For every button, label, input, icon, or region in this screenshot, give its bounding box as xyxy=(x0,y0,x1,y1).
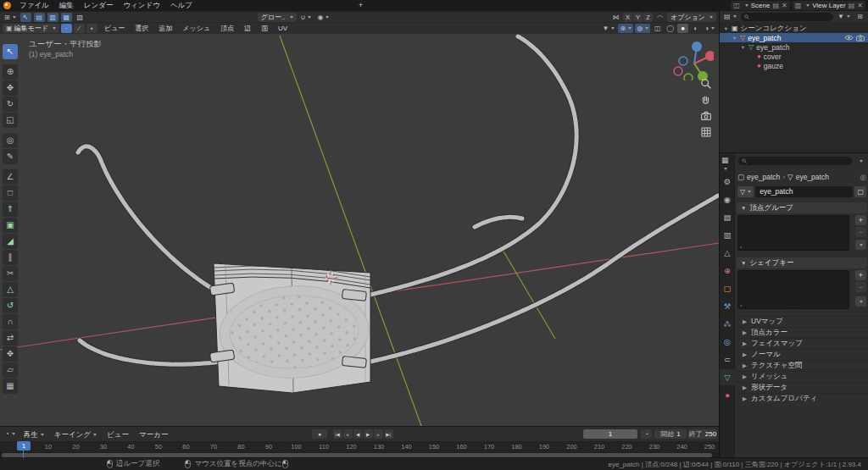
remove-shape-key-button[interactable]: − xyxy=(855,282,866,292)
props-section-collapsed[interactable]: ▶ カスタムプロパティ xyxy=(735,393,868,404)
tool-rotate[interactable]: ↻ xyxy=(3,97,18,112)
topbar-menu-item[interactable]: 編集 xyxy=(54,0,79,11)
tool-rip-region[interactable]: ▦ xyxy=(3,379,18,394)
prev-keyframe-button[interactable]: « xyxy=(343,429,353,439)
scene-canvas[interactable] xyxy=(0,34,719,426)
shading-solid-icon[interactable]: ● xyxy=(677,24,688,33)
tab-render[interactable]: ◉ xyxy=(720,191,735,207)
tool-transform[interactable]: ◎ xyxy=(3,133,18,148)
gizmo-z-neg[interactable] xyxy=(679,57,687,65)
mesh-name-field[interactable]: eye_patch xyxy=(755,186,853,197)
tab-object-data[interactable]: ▽ xyxy=(720,369,735,385)
outliner-row-material-gauze[interactable]: ● gauze xyxy=(720,61,868,70)
outliner-row-scene-collection[interactable]: ▾ ▣ シーンコレクション xyxy=(720,24,868,33)
viewport-menu-item[interactable]: メッシュ xyxy=(177,23,215,35)
viewport-menu-item[interactable]: UV xyxy=(273,23,292,35)
mesh-browse-button[interactable]: ▽ xyxy=(737,186,754,197)
gizmo-y-neg[interactable] xyxy=(684,74,693,80)
add-workspace-button[interactable]: + xyxy=(353,0,368,11)
props-section-collapsed[interactable]: ▶ UVマップ xyxy=(735,316,868,327)
tool-add-cube[interactable]: □ xyxy=(3,185,18,201)
tool-poly-build[interactable]: △ xyxy=(3,282,18,297)
mirror-icon[interactable]: ⋈ xyxy=(610,13,621,22)
tool-measure[interactable]: ∠ xyxy=(3,169,18,185)
pin-icon[interactable]: ◎ xyxy=(860,173,866,181)
gizmo-z-axis[interactable] xyxy=(692,41,702,52)
tool-inset-faces[interactable]: ▣ xyxy=(3,218,18,233)
pan-hand-icon[interactable] xyxy=(700,94,712,106)
viewport-menu-item[interactable]: 選択 xyxy=(130,23,153,35)
outliner-filter-icon[interactable]: ▼ xyxy=(836,12,852,21)
gizmo-x-neg[interactable] xyxy=(674,67,682,75)
tool-spin[interactable]: ↺ xyxy=(3,298,18,313)
eyepatch-straps[interactable] xyxy=(78,36,718,364)
play-reverse-button[interactable]: ◀ xyxy=(353,429,363,439)
topbar-menu-item[interactable]: ファイル xyxy=(14,0,54,11)
timeline-menu-item[interactable]: ビュー xyxy=(102,429,134,440)
props-section-collapsed[interactable]: ▶ ノーマル xyxy=(735,349,868,360)
tool-edge-slide[interactable]: ⇄ xyxy=(3,330,18,346)
tab-output[interactable]: ▤ xyxy=(720,209,735,225)
props-section-collapsed[interactable]: ▶ 形状データ xyxy=(735,382,868,393)
viewport-menu-item[interactable]: 面 xyxy=(256,23,273,35)
mode-selector[interactable]: ▣ 編集モード xyxy=(3,24,59,33)
select-mode-subtract-icon[interactable]: ▦ xyxy=(61,13,72,22)
fake-user-button[interactable]: ▢ xyxy=(854,186,866,197)
tool-bevel[interactable]: ◢ xyxy=(3,234,18,249)
blender-logo-icon[interactable] xyxy=(3,2,11,9)
new-collection-icon[interactable]: ⊞ xyxy=(854,12,865,21)
add-vertex-group-button[interactable]: + xyxy=(855,215,866,225)
show-overlays-icon[interactable]: ◍ xyxy=(635,24,650,33)
topbar-menu-item[interactable]: ヘルプ xyxy=(165,0,198,11)
outliner-row-eye-patch-mesh[interactable]: ▾ ▽ eye_patch xyxy=(720,42,868,52)
disable-render-camera-icon[interactable] xyxy=(856,35,865,41)
xray-toggle-icon[interactable]: ◫ xyxy=(652,24,663,33)
tool-tweak-select[interactable]: ↖ xyxy=(3,44,18,59)
props-section-collapsed[interactable]: ▶ 頂点カラー xyxy=(735,327,868,338)
active-tool-icon[interactable]: ↖ xyxy=(20,13,31,22)
frame-start-field[interactable]: 開始 1 xyxy=(654,429,687,439)
navigation-gizmo[interactable] xyxy=(671,38,714,80)
selectability-filter-icon[interactable]: ▼ xyxy=(601,24,617,33)
mirror-axis-toggle[interactable]: X xyxy=(623,13,632,22)
tab-constraints[interactable]: ⊂ xyxy=(720,351,735,368)
add-shape-key-button[interactable]: + xyxy=(855,270,866,280)
tab-tool[interactable]: ⚙ xyxy=(720,174,735,190)
jump-to-start-button[interactable]: |◀ xyxy=(333,429,342,439)
shading-rendered-icon[interactable]: ◑ xyxy=(703,24,716,33)
remove-vertex-group-button[interactable]: − xyxy=(855,227,866,237)
frame-end-field[interactable]: 終了 250 xyxy=(688,429,717,439)
zoom-icon[interactable] xyxy=(700,78,712,90)
select-mode-intersect-icon[interactable]: ▧ xyxy=(75,13,86,22)
use-preview-range-icon[interactable]: ◔ xyxy=(641,429,652,439)
edge-select-mode-icon[interactable]: ∕ xyxy=(74,24,85,33)
new-scene-icon[interactable]: ▤ xyxy=(772,2,779,9)
timeline-editor-type-icon[interactable]: ◔ xyxy=(3,429,17,439)
tool-annotate[interactable]: ✎ xyxy=(3,149,18,164)
tool-loop-cut[interactable]: ∥ xyxy=(3,250,18,265)
outliner-row-eye-patch-object[interactable]: ▾ ▽ eye_patch xyxy=(720,33,868,42)
viewport-menu-item[interactable]: ビュー xyxy=(99,23,130,35)
props-section-collapsed[interactable]: ▶ リメッシュ xyxy=(735,371,868,382)
expand-arrow-icon[interactable]: ▾ xyxy=(740,44,746,51)
falloff-icon[interactable]: ◠ xyxy=(654,13,665,22)
timeline-ruler[interactable]: 1020304050607080901001101201301401501601… xyxy=(0,441,719,452)
editor-type-icon[interactable]: ⊞ xyxy=(3,13,18,22)
playhead[interactable]: 1 xyxy=(17,441,31,451)
tab-physics[interactable]: ◎ xyxy=(720,334,735,350)
properties-editor-type-icon[interactable]: ▦ xyxy=(721,156,734,173)
tab-material[interactable]: ● xyxy=(720,387,735,403)
tool-shrink-fatten[interactable]: ✥ xyxy=(3,346,18,362)
props-section-collapsed[interactable]: ▶ テクスチャ空間 xyxy=(735,360,868,371)
vertex-groups-list[interactable]: •⋯ xyxy=(737,215,849,251)
expand-arrow-icon[interactable]: ▾ xyxy=(732,35,737,41)
viewport-menu-item[interactable]: 追加 xyxy=(153,23,177,35)
tool-move[interactable]: ✥ xyxy=(3,80,18,96)
breadcrumb-object[interactable]: eye_patch xyxy=(747,173,780,181)
properties-filter-icon[interactable] xyxy=(854,157,865,166)
proportional-edit-icon[interactable]: ◉ xyxy=(315,13,331,22)
mirror-axis-toggle[interactable]: Y xyxy=(633,13,643,22)
snap-magnet-icon[interactable]: ∪ xyxy=(299,13,314,22)
jump-to-end-button[interactable]: ▶| xyxy=(384,429,393,439)
face-select-mode-icon[interactable]: ▪ xyxy=(86,24,97,33)
